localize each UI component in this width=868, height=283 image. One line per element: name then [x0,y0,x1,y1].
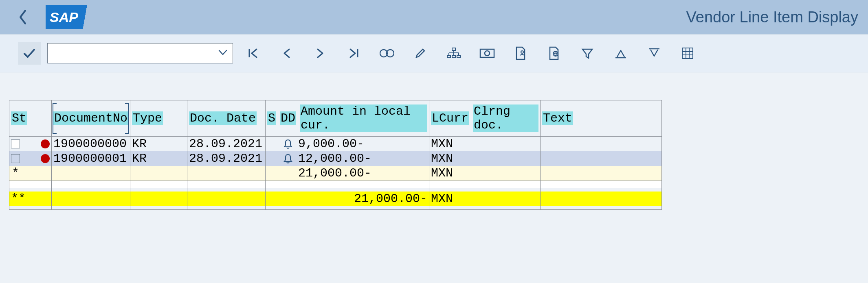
cell-dd[interactable] [278,151,298,166]
next-page-icon[interactable] [312,45,328,61]
col-clrng-doc[interactable]: Clrng doc. [471,100,541,137]
status-open-icon [41,154,50,163]
bell-icon [278,137,298,151]
toolbar [0,34,868,72]
col-lcurr[interactable]: LCurr [429,100,471,137]
svg-rect-4 [452,48,455,50]
table-row[interactable]: 1900000001 KR 28.09.2021 12,000.00- MXN [9,151,662,166]
edit-icon[interactable] [412,45,429,61]
col-s[interactable]: S [266,100,278,137]
subtotal-marker: * [9,166,52,181]
cell-lcurr: MXN [429,151,471,166]
filter-icon[interactable] [579,45,596,61]
cell-docno[interactable]: 1900000001 [52,151,130,166]
subtotal-lcurr: MXN [429,166,471,181]
svg-rect-20 [682,48,693,59]
cell-type: KR [130,151,187,166]
grandtotal-row: ** 21,000.00- MXN [9,188,662,210]
cell-s [266,151,278,166]
cell-date: 28.09.2021 [187,151,266,166]
svg-rect-11 [452,55,455,58]
cell-date: 28.09.2021 [187,137,266,152]
subtotal-row: * 21,000.00- MXN [9,166,662,181]
col-status[interactable]: St [9,100,52,137]
col-type[interactable]: Type [130,100,187,137]
grandtotal-lcurr: MXN [429,192,471,206]
cell-amount: 12,000.00- [298,151,429,166]
line-item-table: St DocumentNo Type Doc. Date S DD Amount… [9,100,662,210]
col-amount[interactable]: Amount in local cur. [298,100,429,137]
cell-docno[interactable]: 1900000000 [52,137,130,152]
cell-text [541,137,662,152]
app-header: SAP Vendor Line Item Display [0,0,868,34]
col-document-no[interactable]: DocumentNo [52,100,130,137]
grid-icon[interactable] [679,45,696,61]
status-open-icon [41,139,50,148]
layout-combobox[interactable] [47,43,233,63]
display-icon[interactable] [379,45,395,61]
table-row[interactable]: 1900000000 KR 28.09.2021 9,000.00- MXN [9,137,662,152]
row-checkbox[interactable] [11,154,20,163]
prev-page-icon[interactable] [279,45,295,61]
grandtotal-amount: 21,000.00- [298,192,429,206]
col-text[interactable]: Text [541,100,662,137]
user-doc-icon[interactable] [512,45,529,61]
globe-doc-icon[interactable] [546,45,562,61]
cell-clrng [471,151,541,166]
last-page-icon[interactable] [345,45,362,61]
svg-point-15 [521,51,523,53]
cell-lcurr: MXN [429,137,471,152]
back-button[interactable] [11,6,34,28]
cell-amount: 9,000.00- [298,137,429,152]
sort-desc-icon[interactable] [646,45,662,61]
page-title: Vendor Line Item Display [686,9,858,26]
cell-clrng [471,137,541,152]
cell-type: KR [130,137,187,152]
hierarchy-icon[interactable] [446,45,462,61]
col-doc-date[interactable]: Doc. Date [187,100,266,137]
cell-dd[interactable] [278,137,298,152]
grandtotal-marker: ** [9,192,51,206]
spacer-row [9,181,662,188]
first-page-icon[interactable] [245,45,261,61]
subtotal-amount: 21,000.00- [298,166,429,181]
sap-logo: SAP [46,5,94,29]
cell-text [541,151,662,166]
content-area: St DocumentNo Type Doc. Date S DD Amount… [0,72,868,210]
bell-icon [278,151,298,166]
row-checkbox[interactable] [11,139,20,148]
svg-rect-10 [447,55,450,58]
table-header-row: St DocumentNo Type Doc. Date S DD Amount… [9,100,662,137]
layout-input[interactable] [47,43,233,63]
sort-asc-icon[interactable] [613,45,629,61]
toolbar-icons [245,45,696,61]
svg-rect-12 [457,55,460,58]
svg-point-14 [485,51,490,56]
currency-icon[interactable] [479,45,495,61]
col-dd[interactable]: DD [278,100,298,137]
confirm-button[interactable] [18,42,41,65]
logo-text: SAP [50,9,78,25]
cell-s [266,137,278,152]
